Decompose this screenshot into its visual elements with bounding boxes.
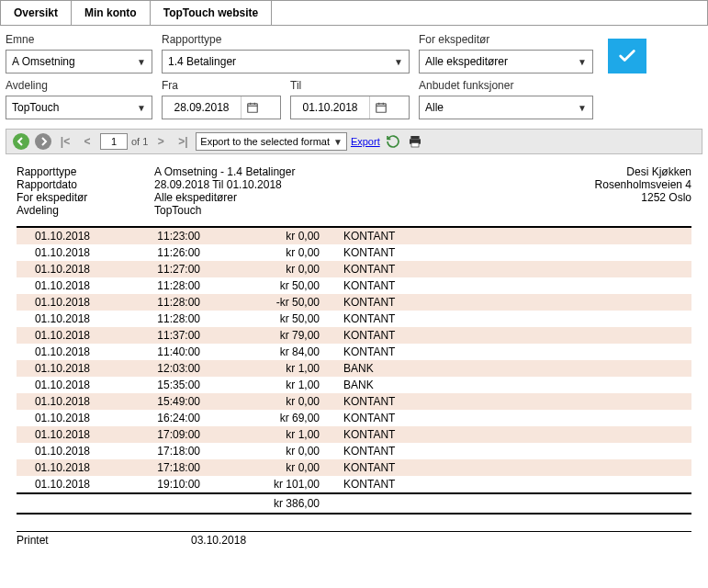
rapporttype-value: 1.4 Betalinger [168, 55, 236, 68]
address-line: Desi Kjøkken [595, 165, 691, 178]
check-icon [617, 46, 637, 66]
meta-value: Alle ekspeditører [154, 191, 237, 204]
cell-date: 01.10.2018 [17, 261, 118, 277]
table-row: 01.10.201811:28:00kr 50,00KONTANT [17, 277, 691, 294]
total-amount: kr 386,00 [228, 493, 329, 514]
fra-input[interactable] [163, 96, 241, 119]
cell-type: KONTANT [329, 294, 691, 311]
address-line: Rosenholmsveien 4 [595, 178, 691, 191]
meta-value: TopTouch [154, 204, 201, 217]
table-row: 01.10.201815:35:00kr 1,00BANK [17, 377, 691, 393]
cell-amount: kr 1,00 [228, 377, 329, 393]
til-date[interactable] [290, 96, 410, 119]
cell-date: 01.10.2018 [17, 459, 118, 476]
cell-amount: kr 69,00 [228, 410, 329, 426]
cell-date: 01.10.2018 [17, 327, 118, 344]
emne-select[interactable]: A Omsetning ▼ [6, 50, 152, 74]
calendar-icon[interactable] [241, 96, 263, 119]
cell-time: 11:23:00 [118, 227, 228, 244]
last-page-button[interactable]: >| [174, 132, 192, 151]
caret-down-icon: ▼ [394, 57, 403, 67]
cell-amount: kr 0,00 [228, 393, 329, 410]
rapporttype-select[interactable]: 1.4 Betalinger ▼ [162, 50, 410, 74]
meta-row: For ekspeditørAlle ekspeditører [17, 191, 295, 204]
tab-min-konto[interactable]: Min konto [72, 1, 151, 25]
cell-type: KONTANT [329, 311, 691, 327]
rapporttype-label: Rapporttype [162, 33, 410, 46]
table-row: 01.10.201811:23:00kr 0,00KONTANT [17, 227, 691, 244]
cell-time: 15:49:00 [118, 393, 228, 410]
filter-row-1: Emne A Omsetning ▼ Rapporttype 1.4 Betal… [0, 26, 708, 77]
tab-oversikt[interactable]: Oversikt [1, 1, 72, 25]
caret-down-icon: ▼ [333, 137, 343, 147]
cell-type: KONTANT [329, 261, 691, 277]
meta-value: 28.09.2018 Til 01.10.2018 [154, 178, 282, 191]
svg-rect-8 [410, 136, 419, 139]
first-page-button[interactable]: |< [56, 132, 74, 151]
cell-type: KONTANT [329, 476, 691, 493]
cell-amount: kr 1,00 [228, 426, 329, 443]
top-tabs: Oversikt Min konto TopTouch website [0, 0, 708, 26]
svg-rect-4 [376, 104, 386, 112]
cell-amount: kr 0,00 [228, 261, 329, 277]
meta-label: Rapportdato [17, 178, 154, 191]
cell-time: 11:28:00 [118, 277, 228, 294]
cell-date: 01.10.2018 [17, 244, 118, 261]
table-row: 01.10.201817:18:00kr 0,00KONTANT [17, 443, 691, 459]
cell-time: 11:28:00 [118, 311, 228, 327]
avdeling-label: Avdeling [6, 79, 152, 92]
cell-date: 01.10.2018 [17, 360, 118, 377]
next-page-button[interactable]: > [152, 132, 170, 151]
anbudet-select[interactable]: Alle ▼ [419, 96, 593, 119]
export-format-value: Export to the selected format [200, 136, 330, 147]
fra-label: Fra [162, 79, 281, 92]
refresh-button[interactable] [384, 132, 402, 151]
cell-type: KONTANT [329, 459, 691, 476]
cell-time: 17:18:00 [118, 459, 228, 476]
prev-page-button[interactable]: < [78, 132, 96, 151]
fra-date[interactable] [162, 96, 281, 119]
cell-time: 15:35:00 [118, 377, 228, 393]
printed-label: Printet [17, 534, 191, 547]
cell-type: KONTANT [329, 327, 691, 344]
emne-label: Emne [6, 33, 152, 46]
page-input[interactable] [100, 133, 128, 150]
cell-type: BANK [329, 360, 691, 377]
printer-icon [408, 134, 422, 149]
table-row: 01.10.201817:18:00kr 0,00KONTANT [17, 459, 691, 476]
svg-rect-10 [411, 142, 419, 147]
meta-row: RapporttypeA Omsetning - 1.4 Betalinger [17, 165, 295, 178]
table-row: 01.10.201811:28:00-kr 50,00KONTANT [17, 294, 691, 311]
avdeling-select[interactable]: TopTouch ▼ [6, 96, 152, 119]
til-input[interactable] [291, 96, 369, 119]
cell-type: KONTANT [329, 410, 691, 426]
cell-amount: kr 50,00 [228, 311, 329, 327]
tab-toptouch-website[interactable]: TopTouch website [151, 1, 273, 25]
nav-back-button[interactable] [12, 132, 30, 151]
cell-date: 01.10.2018 [17, 344, 118, 360]
nav-forward-button[interactable] [34, 132, 52, 151]
cell-type: KONTANT [329, 227, 691, 244]
ekspeditor-label: For ekspeditør [419, 33, 593, 46]
address-line: 1252 Oslo [595, 191, 691, 204]
cell-time: 11:26:00 [118, 244, 228, 261]
cell-amount: kr 79,00 [228, 327, 329, 344]
ekspeditor-select[interactable]: Alle ekspeditører ▼ [419, 50, 593, 74]
payments-table: 01.10.201811:23:00kr 0,00KONTANT01.10.20… [17, 226, 691, 514]
table-row: 01.10.201811:28:00kr 50,00KONTANT [17, 311, 691, 327]
cell-time: 11:37:00 [118, 327, 228, 344]
cell-time: 16:24:00 [118, 410, 228, 426]
caret-down-icon: ▼ [137, 57, 146, 67]
table-row: 01.10.201817:09:00kr 1,00KONTANT [17, 426, 691, 443]
print-button[interactable] [406, 132, 424, 151]
caret-down-icon: ▼ [578, 103, 587, 113]
submit-button[interactable] [608, 39, 646, 74]
cell-type: BANK [329, 377, 691, 393]
export-format-select[interactable]: Export to the selected format ▼ [196, 132, 347, 151]
filter-row-2: Avdeling TopTouch ▼ Fra Til Anbudet funk… [0, 77, 708, 127]
calendar-icon[interactable] [369, 96, 391, 119]
cell-date: 01.10.2018 [17, 393, 118, 410]
report-toolbar: |< < of 1 > >| Export to the selected fo… [6, 129, 702, 154]
cell-date: 01.10.2018 [17, 426, 118, 443]
export-link[interactable]: Export [351, 136, 380, 147]
